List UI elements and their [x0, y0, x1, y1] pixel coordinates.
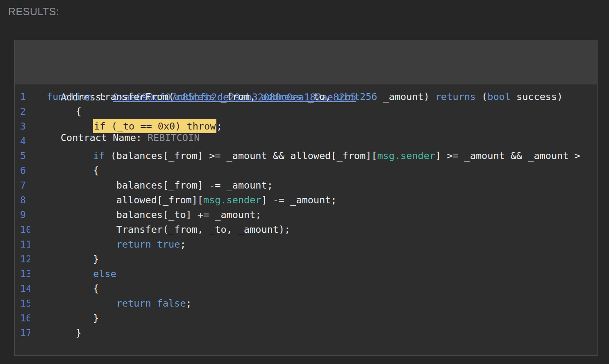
code-line-text: { — [47, 104, 82, 119]
code-segment: true — [157, 239, 180, 250]
code-line-text: { — [47, 163, 99, 178]
code-segment — [47, 150, 93, 162]
code-line: 13 else — [15, 266, 597, 281]
code-block: 1function transferFrom(address _from, ad… — [15, 84, 597, 356]
code-segment: address — [261, 91, 302, 102]
code-segment: if — [93, 150, 105, 162]
code-line-text: } — [47, 325, 82, 340]
code-segment: balances[_to] += _amount; — [47, 209, 261, 221]
code-segment: ; — [186, 298, 192, 309]
code-segment: { — [47, 165, 99, 176]
code-segment: msg.sender — [377, 150, 435, 162]
line-number: 4 — [15, 134, 30, 148]
code-segment — [47, 298, 116, 309]
line-number: 17 — [15, 325, 30, 340]
line-number: 2 — [15, 104, 30, 119]
code-line: 16 } — [15, 311, 597, 325]
code-line: 15 return false; — [15, 296, 597, 311]
line-number: 6 — [15, 163, 30, 178]
code-segment — [151, 298, 157, 309]
code-line-text: else — [47, 266, 116, 281]
code-line-text: if (_to == 0x0) throw; — [47, 119, 222, 134]
code-line: 8 allowed[_from][msg.sender] -= _amount; — [15, 193, 597, 207]
code-line: 7 balances[_from] -= _amount; — [15, 178, 597, 193]
code-segment: return — [116, 298, 151, 309]
contract-name-value: REBITCOIN — [148, 132, 200, 143]
contract-name-label: Contract Name: — [61, 132, 142, 143]
code-line-text: } — [47, 252, 99, 266]
code-segment — [151, 239, 157, 250]
code-segment: ] >= _amount && _amount > — [435, 150, 580, 162]
line-number: 15 — [15, 296, 30, 311]
code-line: 12 } — [15, 252, 597, 266]
line-number: 16 — [15, 311, 30, 325]
code-segment: success) — [511, 91, 563, 102]
code-line-text: { — [47, 281, 99, 296]
code-segment — [47, 239, 116, 250]
results-heading: RESULTS: — [8, 6, 59, 18]
line-number: 9 — [15, 207, 30, 222]
contract-result-card: Address:0xae690cf07c85bfb2de29ab32080c0e… — [14, 40, 598, 356]
code-segment: _from, — [215, 91, 261, 102]
code-segment: } — [47, 253, 99, 265]
code-segment: function — [47, 91, 93, 102]
code-segment: ( — [476, 91, 487, 102]
code-segment: transferFrom( — [93, 91, 174, 102]
line-number: 8 — [15, 193, 30, 207]
code-segment: bool — [487, 91, 511, 102]
code-line-text: return false; — [47, 296, 192, 311]
code-segment — [47, 121, 93, 132]
code-line-text: balances[_from] -= _amount; — [47, 178, 273, 193]
code-line-text: balances[_to] += _amount; — [47, 207, 261, 222]
code-segment: returns — [435, 91, 476, 102]
code-segment: else — [93, 268, 116, 280]
code-segment: Transfer(_from, _to, _amount); — [47, 224, 290, 235]
code-line: 3 if (_to == 0x0) throw; — [15, 119, 597, 134]
code-segment: address — [174, 91, 215, 102]
code-line: 17 } — [15, 325, 597, 340]
line-number: 3 — [15, 119, 30, 134]
code-line: 10 Transfer(_from, _to, _amount); — [15, 222, 597, 237]
code-line-text: allowed[_from][msg.sender] -= _amount; — [47, 193, 336, 207]
line-number: 7 — [15, 178, 30, 193]
contract-info-panel: Address:0xae690cf07c85bfb2de29ab32080c0e… — [15, 40, 597, 84]
code-line-text: Transfer(_from, _to, _amount); — [47, 222, 290, 237]
line-number: 10 — [15, 222, 30, 237]
code-line-text: if (balances[_from] >= _amount && allowe… — [47, 148, 580, 163]
code-segment: ; — [216, 121, 222, 132]
code-line: 6 { — [15, 163, 597, 178]
code-line: 5 if (balances[_from] >= _amount && allo… — [15, 148, 597, 163]
line-number: 12 — [15, 252, 30, 266]
code-segment: } — [47, 312, 99, 324]
code-line: 2 { — [15, 104, 597, 119]
code-segment: { — [47, 283, 99, 294]
code-segment: uint256 — [336, 91, 377, 102]
code-line: 1function transferFrom(address _from, ad… — [15, 89, 597, 104]
code-line: 14 { — [15, 281, 597, 296]
line-number: 1 — [15, 89, 30, 104]
code-line-text: return true; — [47, 237, 186, 252]
code-segment: { — [47, 106, 82, 117]
code-line-text: } — [47, 311, 99, 325]
code-segment: ; — [180, 239, 186, 250]
line-number: 14 — [15, 281, 30, 296]
code-segment: _to, — [302, 91, 337, 102]
code-segment: msg.sender — [203, 194, 261, 206]
code-segment — [47, 268, 93, 280]
code-segment: balances[_from] -= _amount; — [47, 180, 273, 191]
code-line: 9 balances[_to] += _amount; — [15, 207, 597, 222]
code-segment: allowed[_from][ — [47, 194, 203, 206]
code-segment: false — [157, 298, 186, 309]
code-line: 11 return true; — [15, 237, 597, 252]
code-segment: } — [47, 327, 82, 339]
code-segment: (balances[_from] >= _amount && allowed[_… — [105, 150, 377, 162]
highlighted-code: if (_to == 0x0) throw — [93, 119, 216, 133]
line-number: 11 — [15, 237, 30, 252]
code-segment: ] -= _amount; — [261, 194, 337, 206]
line-number: 5 — [15, 148, 30, 163]
code-line-text: function transferFrom(address _from, add… — [47, 89, 563, 104]
code-segment: return — [116, 239, 151, 250]
code-segment: _amount) — [377, 91, 435, 102]
line-number: 13 — [15, 266, 30, 281]
